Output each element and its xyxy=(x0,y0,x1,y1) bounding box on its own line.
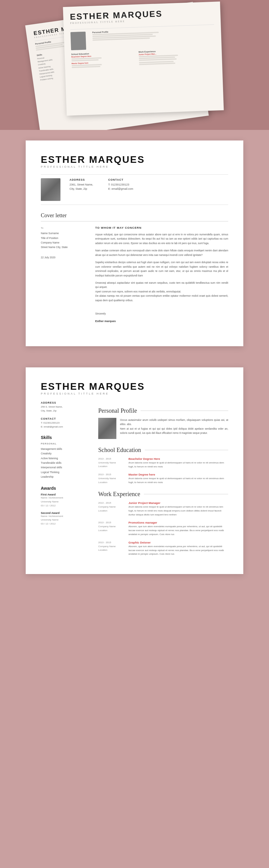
cover-right-block: TO WHOM IT MAY CONCERN Aquue volutpat, q… xyxy=(95,226,228,327)
education-section-header: School Education xyxy=(98,446,228,454)
work-content-2: Promotions manager Aborem, que ium atem … xyxy=(128,521,228,536)
work-role-1: Junior Project Manager xyxy=(128,501,228,504)
edu-date-2: 2013 - 2015University NameLocation xyxy=(98,473,124,485)
work-date-1: 2013 - 2015Company NameLocation xyxy=(98,501,124,517)
work-title: Work Experience xyxy=(98,491,140,498)
work-entry-1: 2013 - 2015Company NameLocation Junior P… xyxy=(98,501,228,517)
work-desc-2: Aborem, que ium atem evendeles eumquate … xyxy=(128,525,228,536)
work-content-3: Graphic Deisner Aborem, que ium atem eve… xyxy=(128,541,228,556)
address-value: 2361, Street Name,City, State, Zip xyxy=(69,183,93,191)
address-value-left: 256 S. Street Name,City, State, Zip xyxy=(41,405,89,413)
header-info-row: Address 2361, Street Name,City, State, Z… xyxy=(41,174,228,205)
edu-content-1: Beachelor Degree Here Arum laboria cone … xyxy=(128,457,228,469)
to-label: To xyxy=(41,226,89,230)
edu-desc-1: Arum laboria cone inoque te quid ut derl… xyxy=(128,461,228,469)
work-desc-1: Arum laboria cone inoque te quid ut derl… xyxy=(128,505,228,517)
profile-section-header: Personal Profile xyxy=(98,407,228,414)
contact-block-left: Contact T: 012301230123E: email@gmail.co… xyxy=(41,417,89,429)
cover-left-block: To Name Surname Title of Position Compan… xyxy=(41,226,89,327)
resume-page: ESTHER MARQUES PROFESSIONAL TITTLE HERE … xyxy=(26,367,243,574)
work-entry-3: 2013 - 2015Company NameLocation Graphic … xyxy=(98,541,228,556)
resume2-header: ESTHER MARQUES PROFESSIONAL TITTLE HERE xyxy=(41,381,228,395)
preview-text-block xyxy=(72,66,100,68)
resume-header: ESTHER MARQUES PROFESSIONAL TITTLE HERE xyxy=(41,154,228,168)
sincerely-text: Sincerely xyxy=(95,311,228,316)
award-second-name: Second Award xyxy=(41,512,89,515)
resume-two-col: Address 256 S. Street Name,City, State, … xyxy=(41,401,228,560)
edu-degree-2: Master Degree here xyxy=(128,473,228,476)
skill-interpersonal: Interpersonal skills xyxy=(41,465,89,470)
paragraph-3: Sapeliq voistianbus decips ustemus aut f… xyxy=(95,260,228,278)
profile-photo xyxy=(98,418,116,439)
top-preview-section: ESTHER MARQUES PROFESSIONAL TITTLE HERE … xyxy=(0,0,269,130)
letter-date: 22 July 2020 xyxy=(41,255,89,260)
right-column: Personal Profile Occus autasimalur arum … xyxy=(98,401,228,560)
recipient-name: Name Surname xyxy=(41,231,89,236)
paragraph-2: Nam andae corieram sibus aum nonoopudi u… xyxy=(95,248,228,257)
address-label-left: Address xyxy=(41,401,89,404)
preview-front-card: ESTHER MARQUES PROFESSIONAL TITTLE HERE … xyxy=(63,1,224,116)
work-role-2: Promotions manager xyxy=(128,521,228,524)
cover-signature: Sincerely Esther marques xyxy=(95,311,228,323)
contact-label: Contact xyxy=(108,178,133,181)
award-first: First Award Name / AchievementUniversity… xyxy=(41,493,89,507)
contact-label-left: Contact xyxy=(41,417,89,420)
signature-name: Esther marques xyxy=(95,319,228,323)
skill-transferable: Transferable skills xyxy=(41,461,89,465)
skill-creativity: Creativity xyxy=(41,452,89,456)
work-date-3: 2013 - 2015Company NameLocation xyxy=(98,541,124,556)
profile-title: Personal Profile xyxy=(98,407,137,414)
award-second: Second Award Name / AchievementUniversit… xyxy=(41,512,89,526)
resume2-subtitle: PROFESSIONAL TITTLE HERE xyxy=(41,392,228,395)
resume-section: ESTHER MARQUES PROFESSIONAL TITTLE HERE … xyxy=(0,357,269,589)
edu-entry-2: 2013 - 2015University NameLocation Maste… xyxy=(98,473,228,485)
cover-letter-page: ESTHER MARQUES PROFESSIONAL TITTLE HERE … xyxy=(26,141,243,346)
skill-management: Management skills xyxy=(41,447,89,452)
work-divider xyxy=(144,494,228,494)
photo-image xyxy=(41,178,60,201)
awards-title: Awards xyxy=(41,486,89,491)
edu-desc-2: Arum laboria cone inoque te quid ut derl… xyxy=(128,477,228,485)
profile-content: Occus autasimalur arum volulib usdeperi … xyxy=(98,418,228,440)
contact-value-left: T: 012301230123E: email@gmail.com xyxy=(41,421,89,429)
work-desc-3: Aborem, que ium atem evendeles eumquate … xyxy=(128,545,228,556)
resume2-name: ESTHER MARQUES xyxy=(41,381,228,392)
contact-group: Contact T: 012301230123E: email@gmail.co… xyxy=(108,178,133,191)
award-first-name: First Award xyxy=(41,493,89,496)
recipient-title: Title of Position xyxy=(41,236,89,241)
resume-name: ESTHER MARQUES xyxy=(41,154,228,165)
work-content-1: Junior Project Manager Arum laboria cone… xyxy=(128,501,228,517)
edu-entry-1: 2013 - 2015University NameLocation Beach… xyxy=(98,457,228,469)
profile-text: Occus autasimalur arum volulib usdeperi … xyxy=(98,418,228,435)
edu-degree-1: Beachelor Degree Here xyxy=(128,457,228,460)
cover-body: To Name Surname Title of Position Compan… xyxy=(41,226,228,327)
address-group: Address 2361, Street Name,City, State, Z… xyxy=(69,178,93,191)
work-role-3: Graphic Deisner xyxy=(128,541,228,544)
skill-active-listening: Active listening xyxy=(41,456,89,461)
resume-subtitle: PROFESSIONAL TITTLE HERE xyxy=(41,165,228,168)
header-photo xyxy=(41,178,60,201)
skills-title: Skills xyxy=(41,435,89,440)
left-column: Address 256 S. Street Name,City, State, … xyxy=(41,401,89,560)
cover-letter-section: ESTHER MARQUES PROFESSIONAL TITTLE HERE … xyxy=(0,130,269,357)
skill-leadership: Leadership xyxy=(41,475,89,479)
address-label: Address xyxy=(69,178,93,181)
header-contacts: Address 2361, Street Name,City, State, Z… xyxy=(69,178,133,191)
work-entry-2: 2013 - 2015Company NameLocation Promotio… xyxy=(98,521,228,536)
award-second-detail: Name / AchievementUniversity Name03 / 12… xyxy=(41,515,89,526)
edu-content-2: Master Degree here Arum laboria cone ino… xyxy=(128,473,228,485)
work-section-header: Work Experience xyxy=(98,491,228,498)
paragraph-1: Aquue volutpat, que qui consecnone simus… xyxy=(95,232,228,245)
edu-date-1: 2013 - 2015University NameLocation xyxy=(98,457,124,469)
resume3-address-block: Address 256 S. Street Name,City, State, … xyxy=(41,401,89,413)
cover-letter-title: Cover letter xyxy=(41,212,228,221)
personal-sublabel: Personal xyxy=(41,442,89,445)
salutation: TO WHOM IT MAY CONCERN xyxy=(95,226,228,229)
recipient-company: Company Name xyxy=(41,241,89,245)
preview-text-block xyxy=(71,59,98,61)
paragraph-4: Onseceqi atisequi zaptacilatur sint quat… xyxy=(95,281,228,303)
award-first-detail: Name / AchievementUniversity Name03 / 12… xyxy=(41,496,89,507)
preview-photo xyxy=(70,32,86,51)
education-title: School Education xyxy=(98,446,141,454)
skill-logical: Logical Thinking xyxy=(41,470,89,475)
